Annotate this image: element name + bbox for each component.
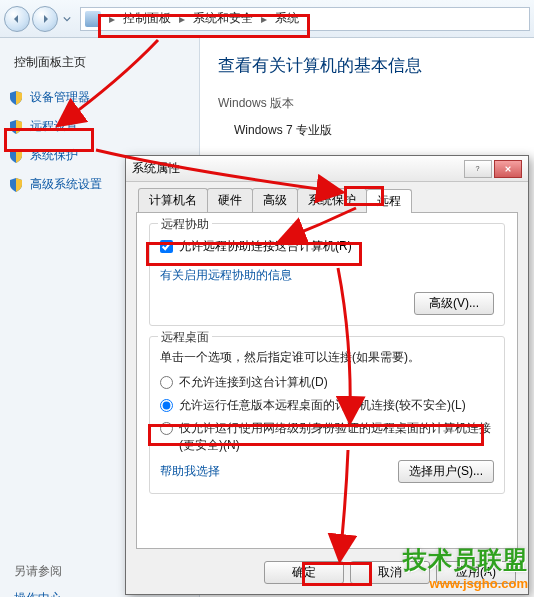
shield-icon (8, 148, 24, 164)
tab-advanced[interactable]: 高级 (252, 188, 298, 212)
rdp-option-any-version[interactable]: 允许运行任意版本远程桌面的计算机连接(较不安全)(L) (160, 397, 494, 414)
control-panel-icon (85, 11, 101, 27)
rdp-option-nla-only[interactable]: 仅允许运行使用网络级别身份验证的远程桌面的计算机连接(更安全)(N) (160, 420, 494, 454)
sidebar-home[interactable]: 控制面板主页 (0, 50, 199, 83)
tab-system-protection[interactable]: 系统保护 (297, 188, 367, 212)
radio-label: 仅允许运行使用网络级别身份验证的远程桌面的计算机连接(更安全)(N) (179, 420, 494, 454)
select-users-button[interactable]: 选择用户(S)... (398, 460, 494, 483)
chevron-right-icon: ▸ (109, 12, 115, 26)
sidebar-item-label: 设备管理器 (30, 89, 90, 106)
radio-input[interactable] (160, 376, 173, 389)
advanced-button[interactable]: 高级(V)... (414, 292, 494, 315)
shield-icon (8, 177, 24, 193)
radio-label: 允许运行任意版本远程桌面的计算机连接(较不安全)(L) (179, 397, 466, 414)
checkbox-input[interactable] (160, 240, 173, 253)
rdp-description: 单击一个选项，然后指定谁可以连接(如果需要)。 (160, 349, 494, 366)
chevron-right-icon: ▸ (261, 12, 267, 26)
group-title: 远程协助 (158, 216, 212, 233)
crumb-system[interactable]: 系统 (271, 8, 303, 29)
close-button[interactable] (494, 160, 522, 178)
nav-back-button[interactable] (4, 6, 30, 32)
windows-edition-value: Windows 7 专业版 (218, 122, 516, 139)
allow-remote-assistance-checkbox[interactable]: 允许远程协助连接这台计算机(R) (160, 238, 494, 255)
remote-desktop-group: 远程桌面 单击一个选项，然后指定谁可以连接(如果需要)。 不允许连接到这台计算机… (149, 336, 505, 494)
tab-hardware[interactable]: 硬件 (207, 188, 253, 212)
tab-panel-remote: 远程协助 允许远程协助连接这台计算机(R) 有关启用远程协助的信息 高级(V).… (136, 212, 518, 549)
help-button[interactable]: ? (464, 160, 492, 178)
cancel-button[interactable]: 取消 (350, 561, 430, 584)
help-me-choose-link[interactable]: 帮助我选择 (160, 461, 220, 482)
sidebar-item-label: 高级系统设置 (30, 176, 102, 193)
sidebar-item-remote-settings[interactable]: 远程设置 (0, 112, 199, 141)
remote-assistance-info-link[interactable]: 有关启用远程协助的信息 (160, 265, 292, 286)
breadcrumb[interactable]: ▸ 控制面板 ▸ 系统和安全 ▸ 系统 (80, 7, 530, 31)
crumb-system-security[interactable]: 系统和安全 (189, 8, 257, 29)
dialog-buttons: 确定 取消 应用(A) (126, 557, 528, 594)
system-properties-dialog: 系统属性 ? 计算机名 硬件 高级 系统保护 远程 远程协助 允许远程协助连接这… (125, 155, 529, 595)
rdp-option-disallow[interactable]: 不允许连接到这台计算机(D) (160, 374, 494, 391)
sidebar-item-label: 系统保护 (30, 147, 78, 164)
sidebar-item-label: 远程设置 (30, 118, 78, 135)
windows-edition-label: Windows 版本 (218, 95, 516, 112)
tab-remote[interactable]: 远程 (366, 189, 412, 213)
ok-button[interactable]: 确定 (264, 561, 344, 584)
page-title: 查看有关计算机的基本信息 (218, 54, 516, 77)
remote-assistance-group: 远程协助 允许远程协助连接这台计算机(R) 有关启用远程协助的信息 高级(V).… (149, 223, 505, 326)
chevron-right-icon: ▸ (179, 12, 185, 26)
radio-input[interactable] (160, 399, 173, 412)
shield-icon (8, 119, 24, 135)
checkbox-label: 允许远程协助连接这台计算机(R) (179, 238, 352, 255)
sidebar-item-device-manager[interactable]: 设备管理器 (0, 83, 199, 112)
tab-strip: 计算机名 硬件 高级 系统保护 远程 (126, 182, 528, 212)
svg-text:?: ? (476, 165, 480, 173)
tab-computer-name[interactable]: 计算机名 (138, 188, 208, 212)
shield-icon (8, 90, 24, 106)
group-title: 远程桌面 (158, 329, 212, 346)
dialog-title: 系统属性 (132, 160, 180, 177)
crumb-control-panel[interactable]: 控制面板 (119, 8, 175, 29)
dialog-titlebar[interactable]: 系统属性 ? (126, 156, 528, 182)
nav-forward-button[interactable] (32, 6, 58, 32)
history-dropdown[interactable] (60, 15, 74, 23)
radio-input[interactable] (160, 422, 173, 435)
apply-button[interactable]: 应用(A) (436, 561, 516, 584)
radio-label: 不允许连接到这台计算机(D) (179, 374, 328, 391)
